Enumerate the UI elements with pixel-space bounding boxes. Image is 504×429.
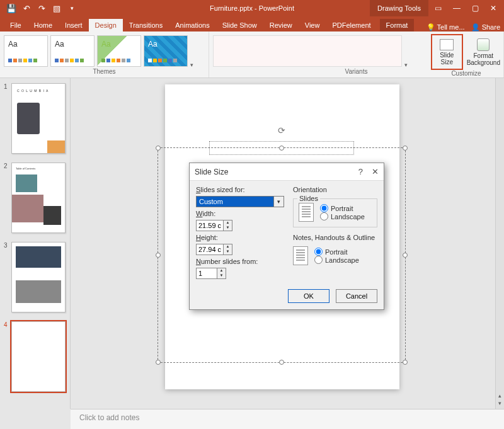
tab-transitions[interactable]: Transitions [123, 19, 169, 31]
undo-icon[interactable]: ↶ [21, 3, 32, 13]
format-background-icon [477, 38, 490, 51]
variants-gallery[interactable] [213, 35, 402, 67]
save-icon[interactable]: 💾 [6, 3, 16, 13]
theme-thumb-3[interactable]: Aa [97, 35, 141, 67]
slide-thumbnail-3[interactable] [11, 242, 66, 312]
format-background-button[interactable]: Format Background [466, 34, 501, 70]
height-label: Height: [196, 234, 284, 241]
spin-up-icon[interactable]: ▲ [224, 244, 232, 249]
tab-review[interactable]: Review [263, 19, 299, 31]
slide-size-icon [440, 39, 454, 50]
tab-home[interactable]: Home [28, 19, 59, 31]
cancel-button[interactable]: Cancel [336, 289, 377, 303]
slide-thumbnail-4[interactable] [11, 321, 66, 392]
themes-more-icon[interactable]: ▾ [190, 62, 193, 68]
tell-me-search[interactable]: 💡 Tell me... [427, 23, 465, 31]
notes-pane[interactable]: Click to add notes [71, 409, 504, 429]
tab-design[interactable]: Design [89, 19, 123, 31]
tab-file[interactable]: File [4, 19, 28, 31]
width-label: Width: [196, 210, 284, 217]
ribbon-tabs: File Home Insert Design Transitions Anim… [0, 16, 504, 31]
minimize-icon[interactable]: — [453, 4, 461, 13]
resize-handle-bl[interactable] [156, 360, 161, 365]
ok-button[interactable]: OK [288, 289, 329, 303]
notes-orientation-group: Portrait Landscape [293, 246, 377, 265]
dialog-title: Slide Size [195, 168, 228, 176]
themes-group-label: Themes [4, 68, 205, 76]
rotate-handle-icon[interactable]: ⟳ [278, 125, 285, 135]
quick-access-toolbar: 💾 ↶ ↷ ▧ ▾ [0, 3, 77, 13]
resize-handle-tl[interactable] [156, 146, 161, 151]
redo-icon[interactable]: ↷ [37, 3, 47, 13]
orientation-label: Orientation [293, 186, 377, 193]
tab-pdfelement[interactable]: PDFelement [326, 19, 377, 31]
customize-group-label: Customize [431, 70, 501, 77]
theme-thumb-2[interactable]: Aa [50, 35, 94, 67]
dialog-close-icon[interactable]: ✕ [372, 167, 379, 176]
height-input[interactable]: ▲▼ [196, 244, 234, 255]
resize-handle-tr[interactable] [403, 146, 408, 151]
spin-down-icon[interactable]: ▼ [224, 226, 232, 231]
tab-view[interactable]: View [299, 19, 326, 31]
slides-orientation-group: Slides Portrait Landscape [293, 198, 377, 227]
window-controls: ▭ — ▢ ✕ [435, 4, 504, 13]
resize-handle-r[interactable] [403, 253, 408, 258]
notes-landscape-radio[interactable] [314, 256, 323, 264]
tab-insert[interactable]: Insert [59, 19, 89, 31]
next-slide-icon[interactable]: ▾ [498, 400, 501, 406]
share-button[interactable]: 👤 Share [471, 23, 500, 31]
close-icon[interactable]: ✕ [490, 4, 496, 13]
contextual-tool-label: Drawing Tools [370, 0, 428, 16]
dialog-help-icon[interactable]: ? [358, 167, 363, 176]
page-portrait-icon [299, 203, 314, 222]
theme-thumb-4[interactable]: Aa [144, 35, 188, 67]
notes-portrait-radio[interactable] [314, 248, 323, 256]
page-portrait-icon [293, 246, 308, 265]
window-title: Furniture.pptx - PowerPoint [210, 4, 294, 12]
title-bar: 💾 ↶ ↷ ▧ ▾ Furniture.pptx - PowerPoint Dr… [0, 0, 504, 16]
spin-up-icon[interactable]: ▲ [217, 268, 226, 273]
slide-thumbnail-2[interactable]: Table of Contents [11, 163, 66, 233]
slides-landscape-radio[interactable] [320, 212, 328, 220]
variants-more-icon[interactable]: ▾ [404, 62, 408, 68]
resize-handle-b[interactable] [279, 360, 284, 365]
slide-thumbnail-1[interactable]: C O L U M B I A [11, 83, 66, 154]
ribbon-group-themes: Aa Aa Aa Aa ▾ Themes [0, 31, 209, 77]
width-input[interactable]: ▲▼ [196, 220, 234, 231]
tab-slideshow[interactable]: Slide Show [216, 19, 263, 31]
start-slideshow-icon[interactable]: ▧ [52, 3, 62, 13]
ribbon: Aa Aa Aa Aa ▾ Themes ▾ Variants Slide Si… [0, 31, 504, 78]
slide-size-dialog: Slide Size ? ✕ Slides sized for: Custom … [189, 163, 384, 310]
number-from-label: Number slides from: [196, 258, 284, 265]
sized-for-label: Slides sized for: [196, 186, 284, 193]
slide-size-button[interactable]: Slide Size [431, 34, 463, 70]
vertical-scrollbar[interactable]: ▴ ▾ [495, 78, 504, 409]
dialog-titlebar: Slide Size ? ✕ [190, 163, 384, 181]
number-from-input[interactable]: ▲▼ [196, 268, 227, 279]
notes-group-label: Notes, Handouts & Outline [293, 234, 377, 241]
sized-for-select[interactable]: Custom ▾ [196, 196, 284, 207]
maximize-icon[interactable]: ▢ [472, 4, 479, 13]
resize-handle-t[interactable] [279, 146, 284, 151]
resize-handle-l[interactable] [156, 253, 161, 258]
prev-slide-icon[interactable]: ▴ [498, 392, 501, 399]
slide-thumbnails-panel: 1 C O L U M B I A 2 Table of Contents 3 … [0, 78, 71, 409]
spin-up-icon[interactable]: ▲ [224, 220, 232, 226]
spin-down-icon[interactable]: ▼ [224, 249, 232, 255]
resize-handle-br[interactable] [403, 360, 408, 365]
qat-more-icon[interactable]: ▾ [67, 3, 77, 13]
notes-placeholder: Click to add notes [79, 413, 139, 422]
slides-portrait-radio[interactable] [320, 204, 328, 212]
ribbon-options-icon[interactable]: ▭ [435, 4, 442, 13]
tab-animations[interactable]: Animations [169, 19, 215, 31]
ribbon-group-customize: Slide Size Format Background Customize [428, 31, 504, 78]
theme-thumb-1[interactable]: Aa [4, 35, 48, 67]
chevron-down-icon[interactable]: ▾ [274, 196, 284, 207]
spin-down-icon[interactable]: ▼ [217, 273, 226, 278]
tab-format[interactable]: Format [380, 19, 415, 31]
